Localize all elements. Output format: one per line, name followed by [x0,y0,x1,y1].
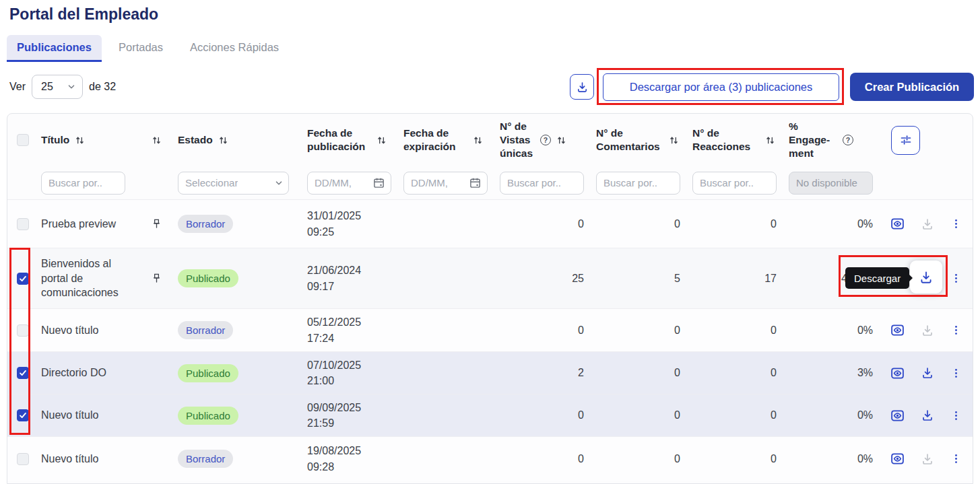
column-header-engagement: % Engage-ment [789,120,837,160]
download-row-button[interactable] [921,324,934,337]
row-checkbox[interactable] [17,367,29,379]
pin-icon [150,272,163,285]
export-button[interactable] [570,74,594,100]
row-checkbox[interactable] [17,273,29,285]
total-count-label: de 32 [89,81,116,93]
sliders-icon [899,133,913,147]
row-checkbox[interactable] [17,409,29,421]
preview-eye-button[interactable] [890,452,905,466]
chevron-down-icon [67,83,75,91]
status-badge: Publicado [178,407,238,425]
help-icon[interactable] [540,135,551,145]
table-row: Nuevo título Borrador 19/08/202509:28 0 … [7,436,973,481]
row-title[interactable]: Nuevo título [41,323,98,338]
row-checkbox[interactable] [17,324,29,337]
row-menu-button[interactable] [950,368,962,379]
calendar-icon [372,176,385,189]
row-title[interactable]: Directorio DO [41,366,106,380]
sort-icon[interactable] [669,135,679,145]
kebab-menu-icon [950,273,962,284]
filter-engagement-input [789,172,873,195]
tab-publicaciones[interactable]: Publicaciones [7,35,102,62]
views-value: 2 [494,352,591,394]
download-row-button[interactable] [921,452,934,466]
reactions-value: 0 [687,352,783,394]
engagement-value: 0% [857,218,873,230]
sort-icon[interactable] [75,135,85,145]
download-row-button[interactable] [921,366,934,380]
preview-eye-button[interactable] [890,217,905,231]
filter-estado-select[interactable]: Seleccionar [178,172,289,195]
row-menu-button[interactable] [950,410,962,421]
page-title: Portal del Empleado [9,5,158,24]
tab-portadas[interactable]: Portadas [108,35,173,62]
eye-icon [890,452,905,466]
filter-comentarios-input[interactable] [596,172,680,195]
publish-time: 09:17 [307,279,334,294]
filter-reacciones-input[interactable] [692,172,777,195]
download-row-button[interactable] [921,409,934,422]
sort-icon[interactable] [765,135,775,145]
help-icon[interactable] [843,135,853,145]
publish-date: 19/08/2025 [307,443,361,458]
views-value: 0 [494,309,591,351]
row-menu-button[interactable] [950,273,962,284]
row-checkbox[interactable] [17,453,29,465]
sort-icon[interactable] [556,135,566,145]
tab-acciones-rapidas[interactable]: Acciones Rápidas [180,35,289,62]
engagement-value: 0% [857,409,873,421]
sort-icon[interactable] [377,135,387,145]
download-icon [921,452,934,466]
create-publication-button[interactable]: Crear Publicación [850,73,974,101]
engagement-value: 3% [857,367,873,379]
filter-fecha-expiracion-input[interactable]: DD/MM, [403,172,488,195]
select-all-checkbox[interactable] [17,134,29,146]
column-header-estado: Estado [178,133,213,147]
filter-vistas-input[interactable] [500,172,584,195]
row-menu-button[interactable] [950,453,962,464]
download-by-area-button[interactable]: Descargar por área (3) publicaciones [603,73,839,101]
row-menu-button[interactable] [950,218,962,230]
views-value: 0 [494,437,591,481]
column-header-fecha-publicacion: Fecha de publicación [307,127,371,153]
row-title[interactable]: Nuevo título [41,408,98,423]
download-row-button[interactable] [921,217,934,231]
views-value: 25 [494,248,591,308]
check-icon [18,274,28,283]
row-title[interactable]: Nuevo título [41,452,98,466]
row-checkbox[interactable] [17,218,29,230]
kebab-menu-icon [950,218,962,230]
row-title[interactable]: Prueba preview [41,217,116,232]
download-icon [576,81,589,94]
sort-icon[interactable] [218,135,228,145]
filter-titulo-input[interactable] [41,172,125,195]
row-title[interactable]: Bienvenidos al portal de comunicaciones [41,256,141,300]
preview-eye-button[interactable] [890,323,905,337]
filter-fecha-publicacion-input[interactable]: DD/MM, [307,172,391,195]
calendar-icon [469,176,482,189]
table-body: Prueba preview Borrador 31/01/202509:25 … [7,199,973,481]
column-settings-button[interactable] [891,126,920,155]
publish-time: 09:25 [307,224,334,240]
download-icon [921,324,934,337]
page-size-select[interactable]: 25 [32,75,83,99]
kebab-menu-icon [950,368,962,379]
preview-eye-button[interactable] [890,366,905,380]
status-badge: Publicado [178,269,238,287]
sort-icon-pin-column[interactable] [152,135,162,145]
views-value: 0 [494,200,591,248]
column-header-comentarios: N° de Comentarios [596,127,663,153]
table-row: Nuevo título Borrador 05/12/202517:24 0 … [7,308,973,351]
table-filter-row: Seleccionar DD/MM, DD/MM, [7,166,973,199]
row-menu-button[interactable] [950,324,962,336]
download-tooltip: Descargar [845,267,909,289]
publish-time: 21:59 [307,415,334,431]
download-icon [921,409,934,422]
preview-eye-button[interactable] [890,409,905,423]
chevron-down-icon [275,179,283,187]
sort-icon[interactable] [473,135,483,145]
engagement-value: 0% [857,453,873,465]
comments-value: 5 [591,248,687,308]
reactions-value: 0 [687,394,783,436]
status-badge: Borrador [178,450,233,468]
